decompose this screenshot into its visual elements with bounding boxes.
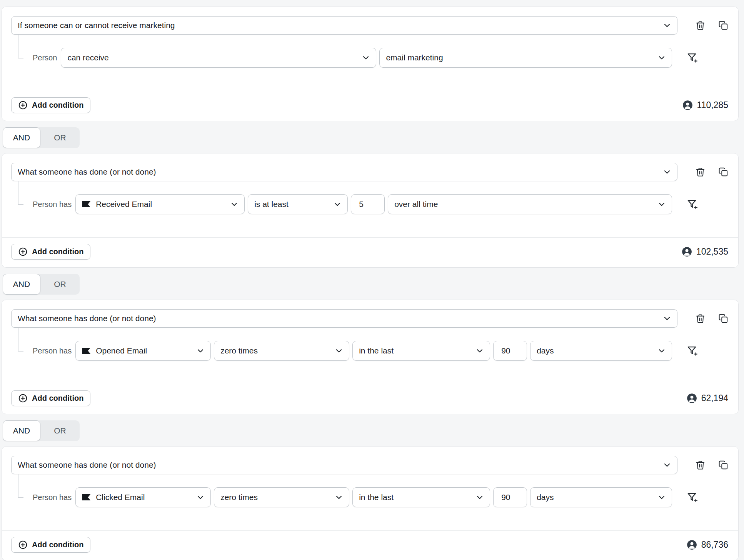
tree-connector [18,35,23,58]
copy-icon [718,167,728,177]
condition-group-body: What someone has done (or not done) [2,153,738,237]
or-toggle-button[interactable]: OR [40,420,80,441]
row-subject-label: Person has [33,493,72,502]
add-condition-button[interactable]: Add condition [11,97,90,113]
condition-group-body: What someone has done (or not done) [2,447,738,530]
logic-operator-toggle: AND OR [3,274,80,295]
or-toggle-button[interactable]: OR [40,127,80,148]
copy-icon [718,20,728,30]
chevron-down-icon [475,346,484,355]
condition-type-select[interactable]: What someone has done (or not done) [11,163,677,181]
field-select-value: email marketing [386,53,652,62]
field-select[interactable]: Received Email [75,194,245,214]
duplicate-group-button[interactable] [718,167,728,177]
chevron-down-icon [657,53,666,62]
field-select[interactable]: days [530,487,672,507]
add-event-filter-button[interactable] [687,492,698,503]
chevron-down-icon [662,21,672,30]
row-subject-label: Person [33,53,57,62]
condition-group-footer: Add condition 102,535 [2,237,738,267]
field-select[interactable]: in the last [352,487,490,507]
and-toggle-button[interactable]: AND [3,274,40,295]
chevron-down-icon [657,346,666,355]
field-select[interactable]: zero times [214,487,349,507]
filter-plus-icon [687,198,698,210]
condition-row: Person can receiveemail marketing [33,48,698,68]
field-select[interactable]: days [530,341,672,361]
condition-row: Person has Received Emailis at leastover… [33,194,698,214]
audience-count: 62,194 [687,393,728,403]
field-select-value: in the last [359,493,470,502]
field-select[interactable]: Clicked Email [75,487,211,507]
condition-group-card: What someone has done (or not done) [2,446,739,560]
field-select-value: is at least [254,200,327,209]
condition-group-body: What someone has done (or not done) [2,300,738,384]
event-flag-icon [82,348,90,354]
condition-group-footer: Add condition 62,194 [2,384,738,414]
duplicate-group-button[interactable] [718,460,728,470]
delete-group-button[interactable] [695,20,706,31]
field-select[interactable]: is at least [248,194,348,214]
field-select-value: in the last [359,346,470,355]
add-event-filter-button[interactable] [687,52,698,63]
chevron-down-icon [662,167,672,177]
condition-group-card: What someone has done (or not done) [2,300,739,414]
chevron-down-icon [475,493,484,502]
condition-type-select[interactable]: If someone can or cannot receive marketi… [11,16,677,35]
person-count-icon [682,247,692,257]
condition-type-select[interactable]: What someone has done (or not done) [11,309,677,328]
logic-operator-toggle: AND OR [3,420,80,441]
audience-count-value: 110,285 [697,100,728,110]
delete-group-button[interactable] [695,167,706,177]
field-select[interactable]: over all time [388,194,672,214]
condition-group-footer: Add condition 110,285 [2,91,738,121]
or-toggle-button[interactable]: OR [40,274,80,295]
filter-plus-icon [687,52,698,63]
add-event-filter-button[interactable] [687,345,698,357]
field-select[interactable]: Opened Email [75,341,211,361]
duplicate-group-button[interactable] [718,313,728,324]
plus-circle-icon [18,540,28,550]
audience-count-value: 86,736 [701,540,728,550]
condition-row: Person has Clicked Emailzero timesin the… [33,487,698,507]
duplicate-group-button[interactable] [718,20,728,31]
audience-count-value: 62,194 [701,393,728,403]
field-select-value: zero times [220,493,329,502]
condition-type-select[interactable]: What someone has done (or not done) [11,456,677,474]
condition-type-row: If someone can or cannot receive marketi… [11,16,728,35]
copy-icon [718,460,728,470]
field-select-value: Clicked Email [96,493,190,502]
add-condition-button[interactable]: Add condition [11,537,90,553]
and-toggle-button[interactable]: AND [3,127,40,148]
plus-circle-icon [18,393,28,403]
field-select[interactable]: can receive [61,48,376,68]
delete-group-button[interactable] [695,460,706,470]
condition-group-body: If someone can or cannot receive marketi… [2,7,738,91]
field-number-input[interactable] [351,194,385,214]
chevron-down-icon [230,200,239,209]
add-event-filter-button[interactable] [687,198,698,210]
and-toggle-button[interactable]: AND [3,420,40,441]
add-condition-button[interactable]: Add condition [11,244,90,260]
condition-row: Person has Opened Emailzero timesin the … [33,341,698,361]
row-subject-label: Person has [33,347,72,355]
tree-connector [18,328,23,352]
audience-count: 110,285 [682,100,728,110]
field-number-input[interactable] [493,487,527,507]
add-condition-label: Add condition [32,540,83,549]
chevron-down-icon [657,200,666,209]
condition-group-footer: Add condition 86,736 [2,530,738,560]
field-select[interactable]: zero times [214,341,349,361]
add-condition-button[interactable]: Add condition [11,390,90,406]
plus-circle-icon [18,247,28,257]
tree-connector [18,181,23,205]
trash-icon [695,460,706,470]
field-number-input[interactable] [493,341,527,361]
field-select[interactable]: email marketing [379,48,672,68]
chevron-down-icon [662,314,672,323]
field-select[interactable]: in the last [352,341,490,361]
condition-group-card: If someone can or cannot receive marketi… [2,7,739,121]
trash-icon [695,313,706,324]
delete-group-button[interactable] [695,313,706,324]
chevron-down-icon [333,200,342,209]
